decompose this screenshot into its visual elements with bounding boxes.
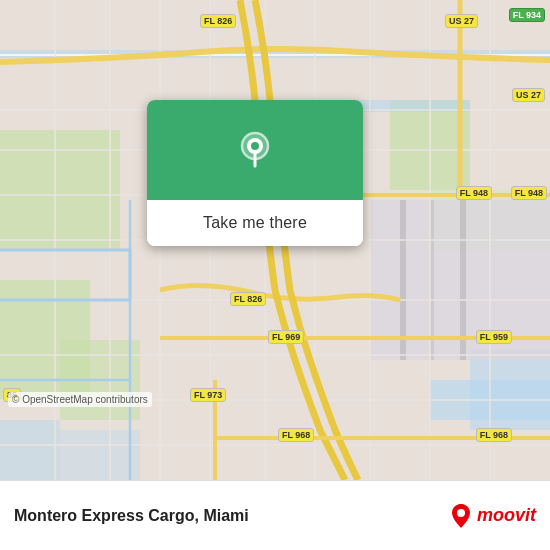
location-pin-icon <box>233 128 277 172</box>
moovit-brand-text: moovit <box>477 505 536 526</box>
popup-header <box>147 100 363 200</box>
badge-fl934: FL 934 <box>509 8 545 22</box>
badge-fl826-bot: FL 826 <box>230 292 266 306</box>
map-container: FL 826 US 27 FL 934 US 27 FL 948 FL 948 … <box>0 0 550 480</box>
svg-rect-11 <box>60 430 140 480</box>
moovit-logo: moovit <box>449 502 536 530</box>
badge-fl969: FL 969 <box>268 330 304 344</box>
badge-fl948-mid: FL 948 <box>456 186 492 200</box>
svg-rect-10 <box>0 420 60 480</box>
svg-rect-9 <box>470 350 550 430</box>
badge-fl948-right: FL 948 <box>511 186 547 200</box>
bottom-bar: Montero Express Cargo, Miami moovit <box>0 480 550 550</box>
badge-fl968-right: FL 968 <box>476 428 512 442</box>
badge-us27-top: US 27 <box>445 14 478 28</box>
badge-fl959: FL 959 <box>476 330 512 344</box>
svg-rect-1 <box>0 130 120 250</box>
badge-us27-right: US 27 <box>512 88 545 102</box>
location-popup: Take me there <box>147 100 363 246</box>
moovit-pin-icon <box>449 502 473 530</box>
svg-point-38 <box>457 509 465 517</box>
copyright-text: © OpenStreetMap contributors <box>8 392 152 407</box>
badge-fl973: FL 973 <box>190 388 226 402</box>
take-me-there-button[interactable]: Take me there <box>147 200 363 246</box>
badge-fl968-mid: FL 968 <box>278 428 314 442</box>
svg-point-36 <box>251 142 259 150</box>
location-name: Montero Express Cargo, Miami <box>14 507 449 525</box>
badge-fl826-top: FL 826 <box>200 14 236 28</box>
